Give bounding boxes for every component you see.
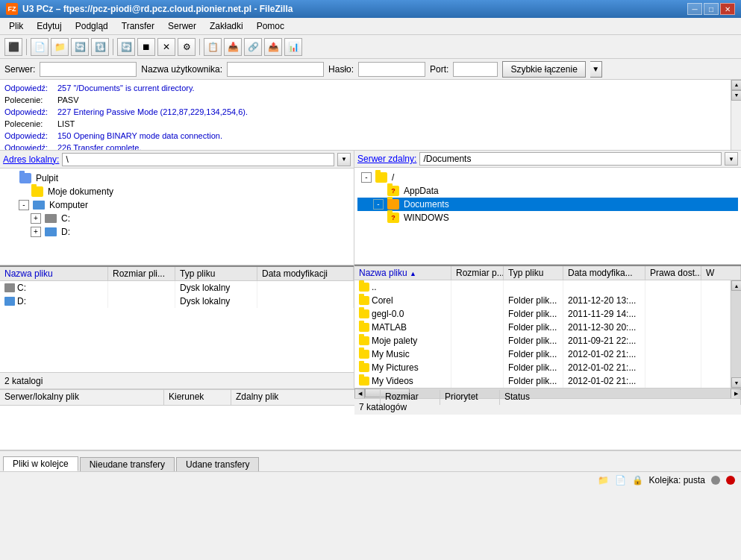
remote-file-row-my-videos[interactable]: My Videos Folder plik... 2012-01-02 21:.… xyxy=(354,374,731,388)
menu-zakładki[interactable]: Zakładki xyxy=(204,19,249,33)
toolbar-btn-11[interactable]: 📥 xyxy=(224,38,242,56)
toolbar-btn-7[interactable]: ⏹ xyxy=(137,38,155,56)
maximize-button[interactable]: □ xyxy=(704,3,719,15)
toolbar-btn-2[interactable]: 📄 xyxy=(31,38,49,56)
moje-palety-name: Moje palety xyxy=(372,334,417,347)
toolbar-btn-8[interactable]: ✕ xyxy=(157,38,175,56)
matlab-type: Folder plik... xyxy=(504,321,563,334)
komputer-expand[interactable]: - xyxy=(19,200,29,210)
local-tree-item-pulpit[interactable]: Pulpit xyxy=(3,172,351,185)
toolbar-btn-5[interactable]: 🔃 xyxy=(91,38,109,56)
quick-connect-button[interactable]: Szybkie łączenie xyxy=(502,61,585,78)
local-tree-item-c[interactable]: + C: xyxy=(3,212,351,225)
toolbar-btn-13[interactable]: 📤 xyxy=(264,38,282,56)
remote-file-row-gegl[interactable]: gegl-0.0 Folder plik... 2011-11-29 14:..… xyxy=(354,307,731,321)
local-tree-item-moje-dokumenty[interactable]: Moje dokumenty xyxy=(3,185,351,198)
username-input[interactable] xyxy=(227,62,324,77)
local-addr-dropdown[interactable]: ▼ xyxy=(337,153,351,166)
quick-connect-dropdown[interactable]: ▼ xyxy=(590,61,602,78)
menu-plik[interactable]: Plik xyxy=(3,19,29,33)
my-videos-modified: 2012-01-02 21:... xyxy=(563,374,645,388)
matlab-icon xyxy=(359,323,369,332)
transfer-col-server-local[interactable]: Serwer/lokalny plik xyxy=(0,390,164,405)
root-expand[interactable]: - xyxy=(361,172,372,183)
documents-expand[interactable]: - xyxy=(373,199,384,210)
toolbar-btn-4[interactable]: 🔄 xyxy=(71,38,89,56)
appdata-label: AppData xyxy=(404,184,439,198)
remote-file-row-moje-palety[interactable]: Moje palety Folder plik... 2011-09-21 22… xyxy=(354,334,731,347)
transfer-col-remote-file[interactable]: Zdalny plik xyxy=(231,390,381,405)
toolbar-btn-9[interactable]: ⚙ xyxy=(178,38,196,56)
remote-vscroll[interactable]: ▲ ▼ xyxy=(731,280,741,388)
local-addr-input[interactable] xyxy=(62,153,334,166)
toolbar-btn-1[interactable]: ⬛ xyxy=(4,38,22,56)
remote-addr-input[interactable] xyxy=(419,152,722,166)
transfer-col-priority[interactable]: Priorytet xyxy=(440,390,500,405)
remote-tree-item-windows[interactable]: ? WINDOWS xyxy=(357,211,738,224)
tab-files-queue[interactable]: Pliki w kolejce xyxy=(3,456,78,471)
remote-file-row-matlab[interactable]: MATLAB Folder plik... 2011-12-30 20:... xyxy=(354,321,731,334)
minimize-button[interactable]: ─ xyxy=(687,3,702,15)
gegl-icon xyxy=(359,309,369,318)
local-col-name[interactable]: Nazwa pliku xyxy=(0,267,108,280)
toolbar-btn-3[interactable]: 📁 xyxy=(51,38,69,56)
my-pictures-icon xyxy=(359,363,369,372)
local-col-modified[interactable]: Data modyfikacji xyxy=(257,267,354,280)
remote-col-type[interactable]: Typ pliku xyxy=(504,266,563,280)
remote-addr-dropdown[interactable]: ▼ xyxy=(725,152,738,166)
c-expand[interactable]: + xyxy=(31,213,41,224)
c-row-size xyxy=(108,281,175,295)
password-input[interactable] xyxy=(358,62,425,77)
local-tree-item-d[interactable]: + D: xyxy=(3,225,351,239)
transfer-col-status[interactable]: Status xyxy=(500,390,741,405)
my-videos-icon xyxy=(359,377,369,386)
menu-edytuj[interactable]: Edytuj xyxy=(31,19,67,33)
toolbar-btn-14[interactable]: 📊 xyxy=(284,38,302,56)
toolbar-btn-6[interactable]: 🔄 xyxy=(117,38,135,56)
local-addr-label[interactable]: Adres lokalny: xyxy=(3,154,59,165)
remote-tree-item-root[interactable]: - / xyxy=(357,171,738,184)
remote-file-row-my-pictures[interactable]: My Pictures Folder plik... 2012-01-02 21… xyxy=(354,361,731,374)
toolbar-btn-10[interactable]: 📋 xyxy=(204,38,222,56)
menu-podglad[interactable]: Podgląd xyxy=(69,19,114,33)
pulpit-label: Pulpit xyxy=(36,172,58,185)
port-input[interactable] xyxy=(453,62,498,77)
transfer-col-size[interactable]: Rozmiar xyxy=(381,390,440,405)
toolbar-sep-2 xyxy=(113,39,113,55)
log-scrollbar[interactable]: ▲ ▼ xyxy=(731,80,741,150)
server-label: Serwer: xyxy=(4,64,35,75)
tab-failed-transfers[interactable]: Nieudane transfery xyxy=(80,457,175,471)
remote-col-modified[interactable]: Data modyfika... xyxy=(563,266,645,280)
log-scroll-up[interactable]: ▲ xyxy=(731,80,741,90)
remote-col-size[interactable]: Rozmiar p... xyxy=(451,266,504,280)
local-file-row-d[interactable]: D: Dysk lokalny xyxy=(0,295,354,308)
remote-scroll-up[interactable]: ▲ xyxy=(731,280,741,291)
remote-addr-label[interactable]: Serwer zdalny: xyxy=(357,154,416,164)
remote-file-row-parent[interactable]: .. xyxy=(354,280,731,294)
remote-col-extra[interactable]: W xyxy=(701,266,741,280)
remote-tree-item-appdata[interactable]: ? AppData xyxy=(357,184,738,198)
remote-file-row-my-music[interactable]: My Music Folder plik... 2012-01-02 21:..… xyxy=(354,347,731,361)
local-file-row-c[interactable]: C: Dysk lokalny xyxy=(0,281,354,295)
tab-successful-transfers[interactable]: Udane transfery xyxy=(176,457,259,471)
transfer-col-direction[interactable]: Kierunek xyxy=(164,390,231,405)
remote-col-perms[interactable]: Prawa dost... xyxy=(645,266,701,280)
bottom-tabs: Pliki w kolejce Nieudane transfery Udane… xyxy=(0,450,741,471)
remote-tree-item-documents[interactable]: - Documents xyxy=(357,198,738,211)
remote-col-name[interactable]: Nazwa pliku ▲ xyxy=(354,266,451,280)
server-input[interactable] xyxy=(40,62,137,77)
remote-scroll-track[interactable] xyxy=(731,291,741,377)
menu-serwer[interactable]: Serwer xyxy=(162,19,202,33)
appdata-folder-icon: ? xyxy=(387,186,399,196)
local-col-type[interactable]: Typ pliku xyxy=(175,267,257,280)
remote-scroll-down[interactable]: ▼ xyxy=(731,377,741,388)
menu-transfer[interactable]: Transfer xyxy=(116,19,160,33)
d-expand[interactable]: + xyxy=(31,227,41,237)
toolbar-btn-12[interactable]: 🔗 xyxy=(244,38,262,56)
local-col-size[interactable]: Rozmiar pli... xyxy=(108,267,175,280)
log-scroll-down[interactable]: ▼ xyxy=(731,90,741,101)
menu-pomoc[interactable]: Pomoc xyxy=(251,19,290,33)
close-button[interactable]: ✕ xyxy=(720,3,735,15)
remote-file-row-corel[interactable]: Corel Folder plik... 2011-12-20 13:... xyxy=(354,294,731,307)
local-tree-item-komputer[interactable]: - Komputer xyxy=(3,198,351,212)
